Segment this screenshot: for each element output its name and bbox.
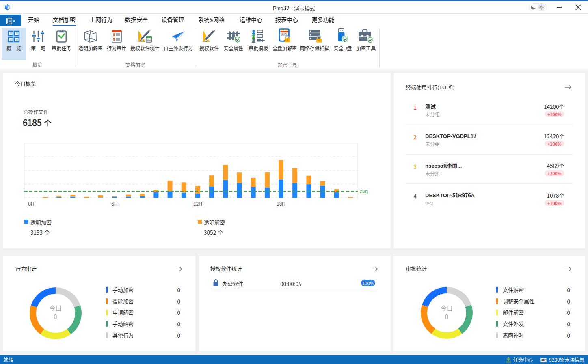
svg-text:18H: 18H: [277, 200, 285, 207]
svg-text:0H: 0H: [28, 200, 34, 207]
svg-text:avg: avg: [360, 187, 368, 195]
svg-text:6H: 6H: [111, 200, 117, 207]
svg-text:12H: 12H: [193, 200, 202, 207]
